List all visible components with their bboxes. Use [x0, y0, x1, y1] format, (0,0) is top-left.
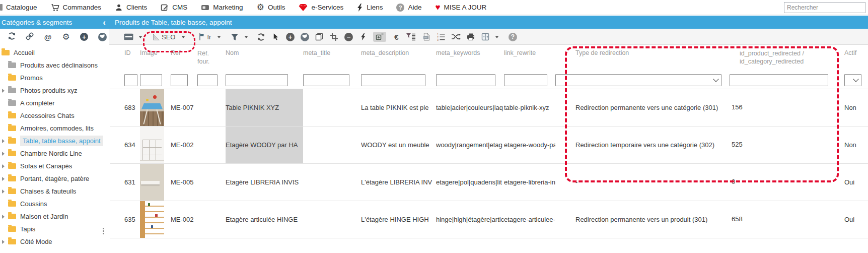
add-product-button[interactable]: + [285, 32, 295, 42]
print-button[interactable] [466, 32, 475, 42]
menu-commandes[interactable]: Commandes [51, 4, 102, 12]
sidebar-item-armoires[interactable]: Armoires, commodes, lits [0, 122, 101, 135]
sidebar-item-chaises[interactable]: Chaises & fauteuils [0, 185, 101, 198]
row-drag-handle[interactable] [103, 228, 104, 234]
crop-button[interactable] [329, 32, 338, 42]
table-row[interactable]: 631 ME-005 Etagère LIBRERIA INVIS L'étag… [110, 164, 868, 201]
filter-link-rewrite-input[interactable] [504, 74, 547, 86]
sidebar-item-accessoires-chats[interactable]: Accessoires Chats [0, 109, 101, 122]
filter-actif-select[interactable] [844, 74, 861, 86]
sidebar-item-coussins[interactable]: Coussins [0, 198, 101, 210]
language-caret-icon[interactable] [218, 36, 221, 38]
expand-toggle-button[interactable] [373, 32, 386, 42]
filter-ref-input[interactable] [171, 74, 188, 86]
sidebar-item-produits-declinaisons[interactable]: Produits avec déclinaisons [0, 59, 101, 72]
sidebar-item-table-basse[interactable]: Table, table basse, appoint [0, 135, 101, 147]
filter-meta-description-input[interactable] [361, 74, 425, 86]
sidebar-item-accueil[interactable]: Accueil [0, 46, 101, 59]
add-category-button[interactable]: + [79, 32, 89, 42]
column-header-ref[interactable]: Ref [171, 49, 197, 70]
expand-arrow-icon[interactable] [2, 189, 5, 194]
column-header-meta-description[interactable]: meta_description [361, 49, 436, 70]
link-button[interactable] [25, 32, 35, 42]
sidebar-item-promos[interactable]: Promos [0, 72, 101, 84]
filter-redirect-type-select[interactable] [555, 74, 721, 86]
folder-icon [8, 125, 16, 131]
table-row[interactable]: 635 ME-002 Etagère articulée HINGE L'éta… [110, 201, 868, 238]
column-header-image[interactable]: Image [140, 49, 171, 70]
filter-button[interactable] [230, 32, 239, 42]
advanced-filter-button[interactable] [406, 32, 416, 42]
expand-arrow-icon[interactable] [2, 240, 5, 244]
sidebar-item-a-completer[interactable]: A compléter [0, 97, 101, 109]
expand-arrow-icon[interactable] [2, 215, 5, 219]
seo-button[interactable]: SEO [153, 32, 176, 42]
price-button[interactable]: € [392, 32, 401, 42]
column-header-meta-title[interactable]: meta_title [303, 49, 361, 70]
sidebar-item-tapis[interactable]: Tapis [0, 223, 101, 235]
shuffle-button[interactable] [451, 32, 461, 42]
menu-liens[interactable]: Liens [357, 4, 383, 12]
menu-clients[interactable]: Clients [115, 4, 147, 12]
search-input[interactable] [784, 2, 865, 13]
column-header-ref-four[interactable]: Réf. four. [197, 49, 226, 70]
column-header-nom[interactable]: Nom [226, 49, 303, 70]
sidebar-item-chambre-nordic[interactable]: Chambre Nordic Line [0, 147, 101, 160]
email-button[interactable]: @ [43, 32, 53, 42]
menu-e-services[interactable]: e-Services [299, 4, 343, 12]
menu-aide[interactable]: ? Aide [396, 4, 421, 12]
filter-ref-four-input[interactable] [197, 74, 218, 86]
table-row[interactable]: 634 ME-002 Etagère WOODY par HA WOODY es… [110, 126, 868, 164]
quick-actions-button[interactable] [358, 32, 368, 42]
filter-meta-keywords-input[interactable] [436, 74, 495, 86]
remove-button[interactable]: − [344, 32, 353, 42]
sidebar-item-photos-produits[interactable]: Photos produits xyz [0, 84, 101, 97]
chevron-left-icon[interactable]: ‹ [103, 18, 106, 27]
column-header-link-rewrite[interactable]: link_rewrite [504, 49, 555, 70]
duplicate-button[interactable] [315, 32, 324, 42]
export-layout-button[interactable] [481, 32, 490, 42]
filter-nom-input[interactable] [226, 74, 288, 86]
expand-arrow-icon[interactable] [2, 164, 5, 168]
expand-arrow-icon[interactable] [2, 177, 5, 181]
expand-arrow-icon[interactable] [2, 152, 5, 156]
refresh-button[interactable] [256, 32, 265, 42]
expand-arrow-icon[interactable] [2, 139, 5, 143]
menu-mise-a-jour[interactable]: ♥ MISE A JOUR [436, 3, 487, 12]
filter-meta-title-input[interactable] [303, 74, 349, 86]
table-row[interactable]: 683 ME-007 Table PIKNIK XYZ La table PIK… [110, 89, 868, 126]
prestashop-button[interactable] [97, 32, 107, 42]
settings-button[interactable]: ⚙ [61, 32, 71, 42]
numbered-list-button[interactable]: 123 [437, 32, 446, 42]
column-header-meta-keywords[interactable]: meta_keywords [436, 49, 504, 70]
view-mode-button[interactable] [124, 32, 133, 42]
filter-caret-icon[interactable] [245, 36, 248, 38]
sidebar-item-cote-mode[interactable]: Côté Mode [0, 235, 101, 248]
filter-id-input[interactable] [124, 74, 137, 86]
menu-catalogue[interactable]: Catalogue [4, 4, 37, 11]
menu-outils[interactable]: ⚙ Outils [257, 3, 285, 12]
filter-redirect-id-input[interactable] [730, 74, 828, 86]
column-header-actif[interactable]: Actif [842, 49, 865, 70]
menu-marketing[interactable]: Marketing [201, 4, 243, 12]
sidebar-item-maison-jardin[interactable]: Maison et Jardin [0, 210, 101, 223]
view-mode-caret-icon[interactable] [139, 36, 142, 38]
open-in-shop-button[interactable] [300, 32, 309, 42]
sidebar-item-portant[interactable]: Portant, étagère, patère [0, 172, 101, 185]
menu-cms[interactable]: CMS [161, 4, 187, 12]
filter-image-input[interactable] [140, 74, 162, 86]
sidebar-item-sofas[interactable]: Sofas et Canapés [0, 160, 101, 172]
csv-export-button[interactable]: csv [422, 32, 431, 42]
cell-actif: Oui [842, 164, 865, 201]
help-button[interactable]: ? [508, 32, 517, 42]
seo-caret-icon[interactable] [182, 36, 185, 38]
column-header-redirect-type[interactable]: Type de redirection [555, 49, 730, 70]
language-button[interactable]: fr [198, 32, 212, 42]
cell-ref: ME-005 [171, 164, 197, 201]
expand-arrow-icon[interactable] [2, 89, 5, 93]
refresh-button[interactable] [7, 32, 17, 42]
select-mode-button[interactable] [271, 32, 280, 42]
column-header-id[interactable]: ID [122, 49, 140, 70]
column-header-redirect-id[interactable]: id_product_redirected / id_category_redi… [730, 49, 842, 70]
export-caret-icon[interactable] [495, 36, 498, 38]
